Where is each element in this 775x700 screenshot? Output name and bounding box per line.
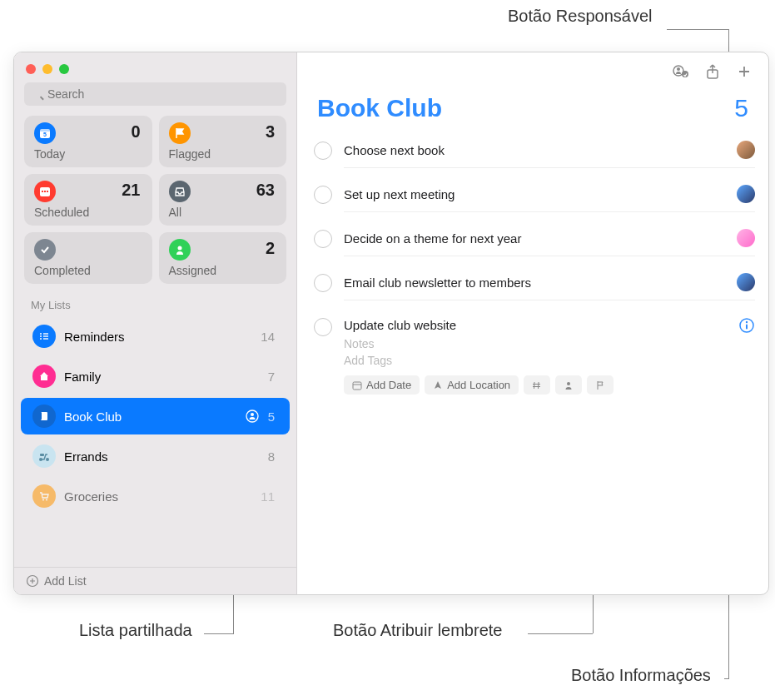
assignee-avatar[interactable] bbox=[737, 185, 755, 203]
list-name: Family bbox=[64, 370, 260, 384]
sidebar-item-family[interactable]: Family 7 bbox=[21, 358, 290, 395]
person-icon bbox=[564, 380, 574, 390]
assignee-avatar[interactable] bbox=[737, 273, 755, 291]
sidebar-item-book-club[interactable]: Book Club 5 bbox=[21, 398, 290, 434]
list-name: Errands bbox=[64, 449, 260, 464]
list-count-header: 5 bbox=[734, 94, 748, 122]
reminder-checkbox[interactable] bbox=[314, 230, 332, 248]
sidebar-item-groceries[interactable]: Groceries 11 bbox=[21, 478, 290, 514]
add-reminder-button[interactable] bbox=[730, 61, 758, 82]
callout-responsible: Botão Responsável bbox=[508, 7, 652, 26]
svg-point-27 bbox=[746, 321, 748, 323]
smart-list-scheduled[interactable]: 21 Scheduled bbox=[24, 174, 152, 226]
svg-point-30 bbox=[567, 382, 570, 385]
svg-point-10 bbox=[40, 335, 42, 337]
callout-info: Botão Informações bbox=[571, 666, 711, 685]
assign-button[interactable] bbox=[555, 375, 582, 395]
reminder-row[interactable]: Decide on a theme for next year bbox=[297, 221, 768, 265]
list-name: Reminders bbox=[64, 330, 252, 344]
smart-label: Scheduled bbox=[34, 206, 89, 219]
svg-rect-11 bbox=[43, 335, 48, 336]
scooter-icon bbox=[32, 444, 56, 468]
smart-count: 2 bbox=[266, 239, 275, 258]
flag-icon bbox=[595, 380, 605, 390]
home-icon bbox=[32, 365, 56, 388]
flag-icon bbox=[169, 122, 191, 144]
reminder-row-expanded[interactable]: Update club website Notes Add Tags Add D… bbox=[297, 309, 768, 411]
smart-list-assigned[interactable]: 2 Assigned bbox=[159, 232, 287, 284]
person-icon bbox=[169, 239, 191, 261]
smart-count: 0 bbox=[131, 122, 140, 141]
list-header: Book Club 5 bbox=[297, 91, 768, 132]
svg-point-7 bbox=[177, 246, 181, 251]
smart-label: Assigned bbox=[169, 264, 217, 277]
list-icon bbox=[32, 325, 56, 348]
reminder-title: Email club newsletter to members bbox=[344, 276, 737, 290]
list-count: 14 bbox=[261, 330, 275, 344]
callout-line bbox=[204, 633, 234, 634]
svg-rect-13 bbox=[43, 338, 48, 339]
assignee-avatar[interactable] bbox=[737, 229, 755, 247]
smart-list-today[interactable]: 5 0 Today bbox=[24, 116, 152, 167]
notes-placeholder[interactable]: Notes bbox=[344, 337, 755, 350]
reminder-checkbox[interactable] bbox=[314, 186, 332, 204]
svg-point-17 bbox=[46, 458, 49, 461]
smart-count: 21 bbox=[122, 181, 140, 200]
list-title: Book Club bbox=[317, 94, 442, 122]
tags-placeholder[interactable]: Add Tags bbox=[344, 354, 755, 367]
location-icon bbox=[433, 380, 443, 390]
smart-count: 63 bbox=[256, 181, 275, 200]
plus-circle-icon bbox=[26, 574, 39, 588]
smart-list-all[interactable]: 63 All bbox=[159, 174, 287, 226]
svg-rect-6 bbox=[47, 191, 48, 192]
add-date-button[interactable]: Add Date bbox=[344, 375, 420, 395]
svg-rect-28 bbox=[746, 325, 748, 330]
smart-label: Flagged bbox=[169, 147, 211, 161]
share-button[interactable] bbox=[698, 61, 727, 82]
svg-rect-9 bbox=[43, 333, 48, 334]
shared-icon bbox=[245, 409, 260, 424]
calendar-icon: 5 bbox=[34, 122, 56, 144]
add-location-button[interactable]: Add Location bbox=[425, 375, 519, 395]
smart-lists-grid: 5 0 Today 3 Flagged 21 Scheduled bbox=[14, 116, 296, 294]
svg-point-19 bbox=[42, 499, 44, 501]
list-name: Groceries bbox=[64, 489, 252, 504]
flag-button[interactable] bbox=[587, 375, 614, 395]
reminder-checkbox[interactable] bbox=[314, 274, 332, 292]
reminder-row[interactable]: Email club newsletter to members bbox=[297, 265, 768, 309]
callout-shared-list: Lista partilhada bbox=[79, 621, 192, 640]
collaborate-button[interactable] bbox=[667, 61, 695, 82]
add-list-button[interactable]: Add List bbox=[14, 567, 296, 594]
assignee-avatar[interactable] bbox=[737, 141, 755, 159]
smart-list-flagged[interactable]: 3 Flagged bbox=[159, 116, 287, 167]
close-window-button[interactable] bbox=[26, 64, 36, 74]
reminder-title: Decide on a theme for next year bbox=[344, 231, 737, 246]
reminder-checkbox[interactable] bbox=[314, 141, 332, 160]
search-input[interactable] bbox=[24, 82, 286, 106]
smart-label: Today bbox=[34, 147, 65, 161]
sidebar-item-errands[interactable]: Errands 8 bbox=[21, 438, 290, 474]
svg-point-12 bbox=[40, 338, 42, 340]
maximize-window-button[interactable] bbox=[59, 64, 69, 74]
reminder-checkbox[interactable] bbox=[314, 318, 332, 336]
smart-list-completed[interactable]: Completed bbox=[24, 232, 152, 284]
reminder-row[interactable]: Choose next book bbox=[297, 132, 768, 176]
list-name: Book Club bbox=[64, 410, 236, 424]
toolbar bbox=[297, 52, 768, 91]
callout-assign: Botão Atribuir lembrete bbox=[333, 621, 502, 640]
sidebar-item-reminders[interactable]: Reminders 14 bbox=[21, 318, 290, 355]
reminder-title: Update club website bbox=[344, 318, 738, 332]
minimize-window-button[interactable] bbox=[42, 64, 52, 74]
tray-icon bbox=[169, 181, 191, 202]
svg-rect-4 bbox=[42, 191, 43, 192]
info-button[interactable] bbox=[738, 317, 755, 334]
svg-text:5: 5 bbox=[43, 132, 47, 137]
list-count: 8 bbox=[268, 449, 275, 464]
calendar-icon bbox=[352, 380, 362, 390]
reminder-row[interactable]: Set up next meeting bbox=[297, 176, 768, 221]
cart-icon bbox=[32, 484, 56, 508]
app-window: 5 0 Today 3 Flagged 21 Scheduled bbox=[13, 52, 769, 595]
list-count: 7 bbox=[268, 370, 275, 384]
add-tag-button[interactable] bbox=[524, 375, 550, 395]
list-count: 5 bbox=[268, 410, 275, 424]
